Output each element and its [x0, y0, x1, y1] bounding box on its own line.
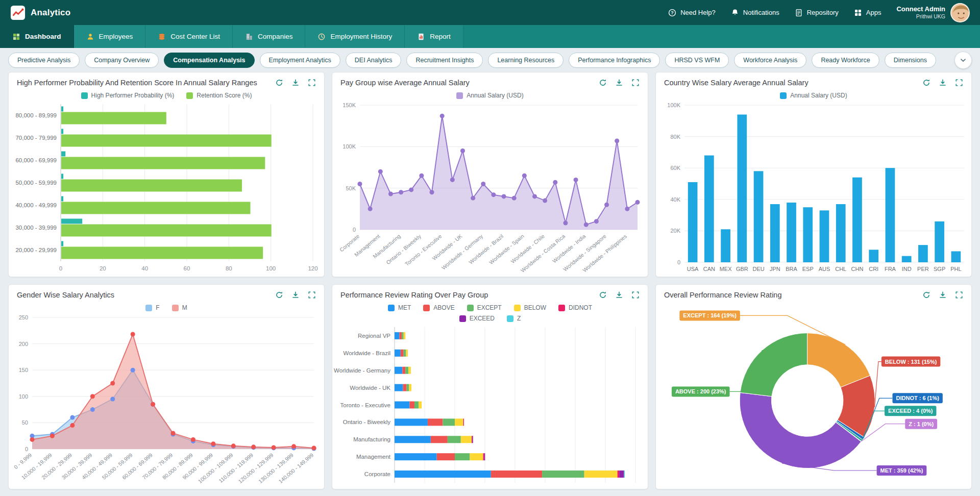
expand-button[interactable]: [955, 291, 963, 299]
svg-text:50: 50: [22, 419, 28, 426]
svg-text:PHL: PHL: [950, 266, 961, 272]
legend-item-m[interactable]: M: [172, 304, 187, 311]
svg-text:200: 200: [19, 341, 28, 347]
chart-legend: High Performer Probability (%)Retention …: [9, 89, 324, 100]
svg-text:60,000 - 69,999: 60,000 - 69,999: [15, 157, 57, 163]
pill-predictive-analysis[interactable]: Predictive Analysis: [8, 53, 80, 68]
legend-item-met[interactable]: MET: [388, 304, 411, 311]
card-title: Pay Group wise Average Annual Salary: [340, 79, 470, 87]
svg-text:100K: 100K: [342, 143, 356, 150]
svg-text:Ontario - Biweekly: Ontario - Biweekly: [385, 233, 423, 265]
legend-item-f[interactable]: F: [145, 304, 159, 311]
pill-ready-workforce[interactable]: Ready Workforce: [812, 53, 879, 68]
pill-compensation-analysis[interactable]: Compensation Analysis: [164, 53, 254, 68]
svg-text:140,000 - 149,999: 140,000 - 149,999: [277, 452, 314, 484]
tab-label: Dashboard: [25, 33, 61, 40]
download-button[interactable]: [615, 291, 623, 299]
refresh-button[interactable]: [599, 79, 607, 87]
pill-learning-resources[interactable]: Learning Resources: [488, 53, 564, 68]
svg-text:80K: 80K: [670, 134, 680, 140]
legend-item-retention-score-[interactable]: Retention Score (%): [186, 92, 252, 99]
avatar[interactable]: [950, 3, 970, 22]
apps-icon: [854, 9, 862, 17]
expand-icon: [631, 79, 640, 87]
app-logo-icon: [10, 5, 26, 20]
header-item-apps[interactable]: Apps: [854, 9, 881, 17]
header-item-help[interactable]: ?Need Help?: [668, 9, 716, 17]
card-gender-salary: Gender Wise Salary Analytics FM 05010015…: [8, 284, 325, 489]
pill-performance-infographics[interactable]: Performance Infographics: [569, 53, 660, 68]
legend-item-annual-salary-usd-[interactable]: Annual Salary (USD): [456, 92, 523, 99]
pill-dei-analytics[interactable]: DEI Analytics: [346, 53, 402, 68]
refresh-button[interactable]: [275, 291, 283, 299]
download-button[interactable]: [291, 291, 300, 299]
pill-company-overview[interactable]: Company Overview: [85, 53, 159, 68]
download-button[interactable]: [939, 291, 947, 299]
legend-item-annual-salary-usd-[interactable]: Annual Salary (USD): [780, 92, 847, 99]
svg-text:PER: PER: [917, 266, 929, 272]
refresh-button[interactable]: [922, 79, 930, 87]
bell-icon: [731, 9, 739, 17]
legend-item-high-performer-probability-[interactable]: High Performer Probability (%): [81, 92, 175, 99]
legend-swatch: [459, 315, 466, 322]
header-item-label: Notifications: [743, 9, 779, 16]
expand-button[interactable]: [955, 79, 963, 87]
pill-dimensions[interactable]: Dimensions: [885, 53, 936, 68]
svg-text:120,000 - 129,999: 120,000 - 129,999: [237, 452, 274, 484]
refresh-button[interactable]: [922, 291, 930, 299]
header-actions: ?Need Help?NotificationsRepositoryApps: [668, 9, 881, 17]
card-actions: [922, 79, 963, 87]
tab-companies[interactable]: Companies: [233, 25, 305, 48]
tab-employees[interactable]: Employees: [74, 25, 146, 48]
tab-label: Companies: [258, 33, 292, 40]
pill-workforce-analysis[interactable]: Workforce Analysis: [734, 53, 806, 68]
filter-pills: Predictive AnalysisCompany OverviewCompe…: [0, 48, 980, 72]
svg-text:130,000 - 139,999: 130,000 - 139,999: [257, 452, 295, 484]
tab-employment-history[interactable]: Employment History: [305, 25, 405, 48]
download-icon: [939, 79, 947, 87]
legend-item-z[interactable]: Z: [507, 315, 521, 322]
legend-item-above[interactable]: ABOVE: [423, 304, 454, 311]
svg-text:Corporate: Corporate: [364, 471, 390, 477]
pill-employment-analytics[interactable]: Employment Analytics: [260, 53, 340, 68]
download-button[interactable]: [291, 79, 300, 87]
tab-dashboard[interactable]: Dashboard: [0, 25, 74, 48]
legend-item-didnot[interactable]: DIDNOT: [558, 304, 592, 311]
legend-swatch: [186, 92, 193, 99]
more-filters-button[interactable]: [954, 52, 972, 69]
legend-swatch: [423, 305, 430, 311]
svg-text:40,000 - 49,999: 40,000 - 49,999: [15, 202, 57, 208]
svg-text:80,000 - 89,999: 80,000 - 89,999: [15, 112, 57, 118]
svg-text:MEX: MEX: [720, 266, 732, 272]
legend-label: EXCEED: [470, 315, 495, 322]
download-button[interactable]: [615, 79, 623, 87]
header-item-repository[interactable]: Repository: [795, 9, 839, 17]
download-icon: [291, 291, 300, 299]
card-title: Performance Review Rating Over Pay Group: [340, 291, 488, 299]
legend-item-below[interactable]: BELOW: [514, 304, 546, 311]
refresh-button[interactable]: [599, 291, 607, 299]
user-block[interactable]: Connect Admin Prithwi UKG: [896, 3, 970, 22]
tab-label: Employees: [99, 33, 133, 40]
svg-text:ESP: ESP: [802, 266, 814, 272]
download-button[interactable]: [939, 79, 947, 87]
refresh-button[interactable]: [275, 79, 283, 87]
pill-hrsd-vs-wfm[interactable]: HRSD VS WFM: [665, 53, 729, 68]
expand-button[interactable]: [308, 79, 316, 87]
chart-legend: METABOVEEXCEPTBELOWDIDNOTEXCEEDZ: [380, 301, 600, 323]
tab-report[interactable]: Report: [405, 25, 463, 48]
legend-item-exceed[interactable]: EXCEED: [459, 315, 495, 322]
legend-item-except[interactable]: EXCEPT: [467, 304, 502, 311]
header-item-label: Repository: [807, 9, 839, 16]
legend-label: EXCEPT: [477, 304, 502, 311]
svg-text:Worldwide - Germany: Worldwide - Germany: [334, 367, 390, 374]
header-item-notifications[interactable]: Notifications: [731, 9, 779, 17]
user-org: Prithwi UKG: [896, 13, 945, 20]
expand-button[interactable]: [308, 291, 316, 299]
expand-button[interactable]: [631, 79, 640, 87]
chart-legend: Annual Salary (USD): [656, 89, 971, 100]
legend-swatch: [467, 305, 474, 311]
pill-recruitment-insights[interactable]: Recruitment Insights: [406, 53, 483, 68]
tab-cost-center-list[interactable]: Cost Center List: [145, 25, 233, 48]
expand-button[interactable]: [631, 291, 640, 299]
